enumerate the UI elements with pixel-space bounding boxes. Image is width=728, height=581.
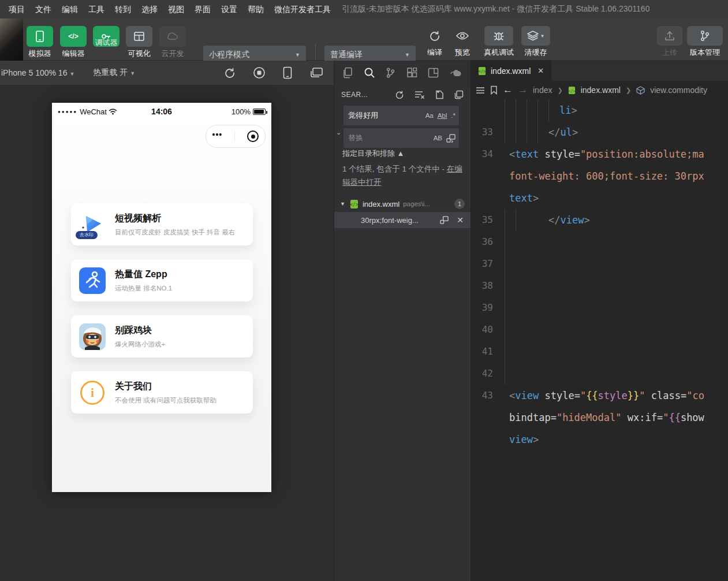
preserve-case-icon[interactable]: AB — [434, 135, 442, 141]
code-line-37[interactable]: 37 — [471, 253, 728, 275]
code-line-40[interactable]: 40 — [471, 319, 728, 341]
wxml-file-icon: </> — [350, 199, 359, 209]
toggle-replace-icon[interactable]: ⌄ — [336, 129, 341, 136]
more-menu-icon[interactable]: ••• — [212, 130, 223, 143]
device-select[interactable]: iPhone 5 100% 16▼ — [0, 68, 74, 77]
dirs-exclude-toggle[interactable]: 指定目录和排除 ▲ — [342, 148, 404, 159]
code-line-34[interactable]: 34<text style="position:absolute;ma — [471, 143, 728, 165]
back-icon[interactable]: ← — [503, 84, 513, 96]
replace-input[interactable]: 替换 AB — [344, 128, 459, 148]
line-number: 43 — [471, 385, 505, 407]
extensions-icon[interactable] — [406, 68, 417, 79]
feature-card-3[interactable]: i关于我们不会使用 或有问题可点我获取帮助 — [71, 371, 253, 414]
device-debug-button[interactable]: 真机调试 — [484, 26, 514, 58]
clear-cache-button[interactable]: ▼ 清缓存 — [521, 26, 550, 58]
card-title: 短视频解析 — [115, 213, 235, 225]
stop-record-icon[interactable] — [253, 66, 266, 79]
line-number — [471, 99, 505, 121]
code-line-36[interactable]: 36 — [471, 231, 728, 253]
line-number: 42 — [471, 363, 505, 385]
menu-item-3[interactable]: 工具 — [83, 0, 110, 18]
visualization-toggle[interactable]: 可视化 — [126, 26, 152, 59]
search-icon[interactable] — [364, 67, 375, 79]
code-line-39[interactable]: 39 — [471, 297, 728, 319]
menu-item-9[interactable]: 帮助 — [242, 0, 269, 18]
search-input[interactable]: 觉得好用 Aa Abl .* — [344, 106, 459, 125]
menu-item-2[interactable]: 编辑 — [57, 0, 83, 18]
preview-button[interactable]: 预览 — [450, 26, 475, 58]
breadcrumb-index[interactable]: index — [533, 85, 552, 95]
close-miniprogram-icon[interactable] — [247, 131, 259, 142]
feature-card-1[interactable]: 热量值 Zepp运动热量 排名NO.1 — [71, 259, 253, 301]
cloud-dev-toggle[interactable]: 云开发 — [159, 26, 186, 59]
symbol-cube-icon — [636, 86, 645, 95]
restart-icon[interactable] — [224, 67, 236, 79]
feature-card-2[interactable]: 别踩鸡块爆火网络小游戏+ — [71, 315, 253, 357]
clear-results-icon[interactable] — [415, 91, 425, 99]
chevron-down-icon: ▼ — [405, 52, 410, 58]
tab-index-wxml[interactable]: </> index.wxml ✕ — [471, 61, 551, 81]
theme-teapot-icon[interactable] — [450, 68, 462, 77]
menu-item-7[interactable]: 界面 — [189, 0, 216, 18]
menu-item-0[interactable]: 项目 — [3, 0, 30, 18]
chevron-down-icon: ▼ — [540, 33, 545, 39]
dismiss-match-icon[interactable]: ✕ — [457, 215, 464, 225]
code-line-wrap[interactable]: li> — [471, 99, 728, 121]
outline-icon[interactable] — [476, 87, 485, 94]
code-line-35[interactable]: 35</view> — [471, 209, 728, 231]
line-number — [471, 407, 505, 429]
editor-toggle[interactable]: </> 编辑器 — [60, 26, 87, 59]
new-search-editor-icon[interactable] — [435, 90, 444, 99]
simulator-toggle[interactable]: 模拟器 — [27, 26, 53, 59]
multi-window-icon[interactable] — [309, 67, 323, 79]
menu-item-8[interactable]: 设置 — [216, 0, 242, 18]
code-line-wrap[interactable]: text> — [471, 187, 728, 209]
match-case-icon[interactable]: Aa — [425, 112, 434, 119]
source-control-icon[interactable] — [386, 67, 395, 79]
feature-card-0[interactable]: 去水印短视频解析目前仅可皮皮虾 皮皮搞笑 快手 抖音 最右 — [71, 203, 253, 245]
card-title: 别踩鸡块 — [115, 325, 165, 337]
bookmark-icon[interactable] — [490, 85, 498, 95]
miniprogram-capsule[interactable]: ••• — [206, 125, 266, 148]
forward-icon[interactable]: → — [518, 84, 528, 96]
code-line-wrap[interactable]: bindtap="hideModal" wx:if="{{show — [471, 407, 728, 429]
regex-icon[interactable]: .* — [451, 112, 456, 119]
menu-item-1[interactable]: 文件 — [30, 0, 57, 18]
menu-item-4[interactable]: 转到 — [110, 0, 136, 18]
result-match-row[interactable]: 30rpx;font-weig... ✕ — [334, 212, 471, 228]
refresh-search-icon[interactable] — [395, 90, 404, 99]
signal-dots-icon: ●●●●● — [58, 109, 77, 114]
code-line-33[interactable]: 33</ul> — [471, 121, 728, 143]
battery-percent: 100% — [232, 107, 251, 116]
replace-match-icon[interactable] — [440, 216, 449, 224]
user-avatar[interactable] — [0, 18, 23, 61]
close-tab-icon[interactable]: ✕ — [537, 66, 544, 75]
menu-item-10[interactable]: 微信开发者工具 — [269, 0, 336, 18]
collapse-all-icon[interactable] — [454, 90, 464, 99]
compile-button[interactable]: 编译 — [422, 26, 447, 58]
explorer-icon[interactable] — [342, 67, 353, 79]
menu-item-5[interactable]: 选择 — [136, 0, 163, 18]
code-line-38[interactable]: 38 — [471, 275, 728, 297]
code-line-43[interactable]: 43<view style="{{style}}" class="co — [471, 385, 728, 407]
code-line-wrap[interactable]: font-weight: 600;font-size: 30rpx — [471, 165, 728, 187]
line-number: 40 — [471, 319, 505, 341]
code-editor[interactable]: li>33</ul>34<text style="position:absolu… — [471, 99, 728, 517]
code-line-41[interactable]: 41 — [471, 341, 728, 363]
breadcrumb-file[interactable]: index.wxml — [581, 85, 621, 95]
debugger-toggle[interactable]: 调试器 — [93, 26, 120, 48]
upload-button[interactable]: 上传 — [657, 26, 682, 58]
menu-item-6[interactable]: 视图 — [163, 0, 189, 18]
version-control-button[interactable]: 版本管理 — [687, 26, 723, 58]
hot-reload-toggle[interactable]: 热重载 开▼ — [93, 68, 135, 78]
breadcrumb-node[interactable]: view.commodity — [650, 85, 707, 95]
code-line-wrap[interactable]: view> — [471, 429, 728, 450]
panel-layout-icon[interactable] — [428, 68, 439, 78]
result-file-row[interactable]: ▼ </> index.wxml pages\i... 1 — [334, 196, 471, 212]
line-number: 38 — [471, 275, 505, 297]
whole-word-icon[interactable]: Abl — [438, 112, 447, 119]
editor-panel: </> index.wxml ✕ ← → index ❯ </> index.w… — [471, 61, 728, 581]
replace-all-icon[interactable] — [446, 134, 456, 143]
rotate-device-icon[interactable] — [283, 66, 292, 79]
code-line-42[interactable]: 42 — [471, 363, 728, 385]
